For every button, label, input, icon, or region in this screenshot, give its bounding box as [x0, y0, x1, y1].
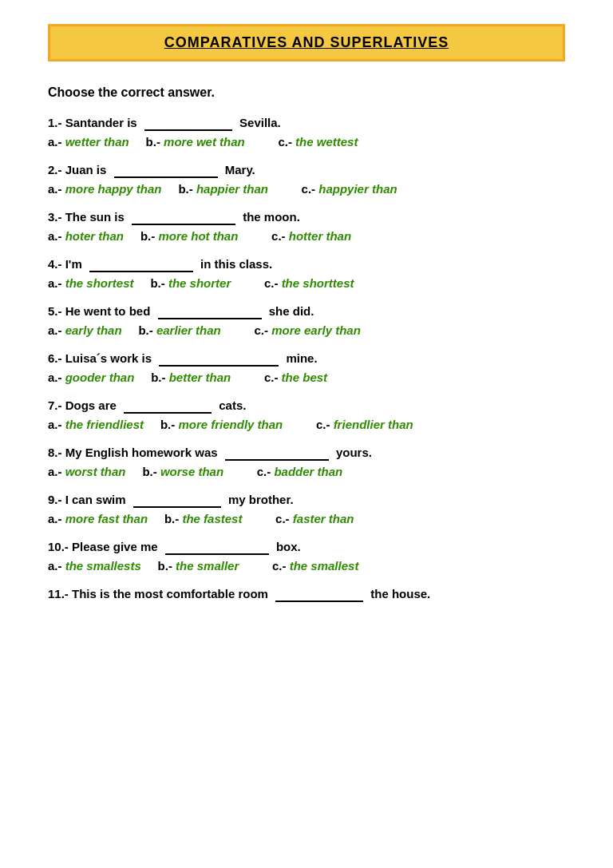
option-label-5-1: b.-: [138, 323, 152, 337]
option-text-9-0: more fast than: [65, 512, 148, 525]
option-text-1-1: more wet than: [164, 135, 245, 149]
option-text-10-2: the smallest: [290, 559, 359, 573]
question-line-8: 8.- My English homework was yours.: [48, 446, 565, 461]
question-block-6: 6.- Luisa´s work is mine.a.- gooder than…: [48, 351, 565, 384]
question-number-4: 4.-: [48, 257, 62, 271]
question-rest-3: the moon.: [243, 210, 300, 224]
question-block-5: 5.- He went to bed she did.a.- early tha…: [48, 304, 565, 337]
option-text-10-0: the smallests: [65, 559, 141, 573]
question-line-6: 6.- Luisa´s work is mine.: [48, 351, 565, 367]
option-label-10-1: b.-: [158, 559, 172, 573]
blank-2: [114, 163, 218, 178]
question-rest-2: Mary.: [225, 163, 255, 176]
question-number-11: 11.-: [48, 587, 69, 600]
option-text-5-0: early than: [65, 323, 122, 337]
options-line-4: a.- the shortest b.- the shorter c.- the…: [48, 276, 565, 290]
question-line-3: 3.- The sun is the moon.: [48, 210, 565, 225]
question-number-8: 8.-: [48, 446, 62, 459]
question-block-4: 4.- I'm in this class.a.- the shortest b…: [48, 257, 565, 290]
question-rest-6: mine.: [286, 351, 317, 365]
question-block-1: 1.- Santander is Sevilla.a.- wetter than…: [48, 116, 565, 149]
blank-8: [225, 446, 329, 461]
question-line-1: 1.- Santander is Sevilla.: [48, 116, 565, 131]
question-number-5: 5.-: [48, 304, 62, 318]
blank-11: [275, 587, 363, 602]
blank-4: [89, 257, 193, 272]
question-rest-5: she did.: [269, 304, 314, 318]
option-label-6-2: c.-: [264, 371, 279, 384]
option-text-8-2: badder than: [274, 465, 342, 478]
option-text-7-2: friendlier than: [334, 418, 413, 431]
question-rest-1: Sevilla.: [239, 116, 281, 129]
options-line-5: a.- early than b.- earlier than c.- more…: [48, 323, 565, 337]
option-text-3-0: hoter than: [65, 229, 124, 243]
option-text-6-0: gooder than: [65, 371, 135, 384]
question-line-9: 9.- I can swim my brother.: [48, 493, 565, 508]
option-text-3-1: more hot than: [158, 229, 238, 243]
question-rest-4: in this class.: [200, 257, 272, 271]
options-line-3: a.- hoter than b.- more hot than c.- hot…: [48, 229, 565, 243]
option-text-9-2: faster than: [293, 512, 354, 525]
question-line-4: 4.- I'm in this class.: [48, 257, 565, 272]
option-label-5-2: c.-: [254, 323, 268, 337]
option-text-8-1: worse than: [160, 465, 223, 478]
option-label-9-2: c.-: [275, 512, 290, 525]
question-number-3: 3.-: [48, 210, 62, 224]
question-number-7: 7.-: [48, 398, 62, 412]
option-text-9-1: the fastest: [182, 512, 242, 525]
blank-3: [132, 210, 235, 225]
options-line-7: a.- the friendliest b.- more friendly th…: [48, 418, 565, 431]
option-label-6-0: a.-: [48, 371, 62, 384]
option-label-2-0: a.-: [48, 182, 62, 196]
blank-7: [124, 398, 212, 414]
option-label-5-0: a.-: [48, 323, 62, 337]
question-line-11: 11.- This is the most comfortable room t…: [48, 587, 565, 602]
option-text-5-1: earlier than: [156, 323, 221, 337]
instruction-text: Choose the correct answer.: [48, 85, 565, 100]
question-number-6: 6.-: [48, 351, 62, 365]
question-rest-9: my brother.: [228, 493, 294, 506]
option-label-4-1: b.-: [150, 276, 164, 290]
blank-10: [165, 540, 269, 555]
option-text-4-1: the shorter: [168, 276, 231, 290]
option-label-10-0: a.-: [48, 559, 62, 573]
question-rest-7: cats.: [219, 398, 246, 412]
option-label-4-0: a.-: [48, 276, 62, 290]
option-label-4-2: c.-: [264, 276, 279, 290]
option-text-1-2: the wettest: [295, 135, 358, 149]
option-label-3-1: b.-: [140, 229, 155, 243]
option-label-1-0: a.-: [48, 135, 62, 149]
options-line-8: a.- worst than b.- worse than c.- badder…: [48, 465, 565, 478]
option-text-5-2: more early than: [271, 323, 361, 337]
option-label-3-2: c.-: [271, 229, 286, 243]
question-rest-10: box.: [276, 540, 301, 553]
question-number-2: 2.-: [48, 163, 62, 176]
question-block-2: 2.- Juan is Mary.a.- more happy than b.-…: [48, 163, 565, 196]
option-label-7-1: b.-: [160, 418, 175, 431]
question-line-2: 2.- Juan is Mary.: [48, 163, 565, 178]
option-text-6-2: the best: [282, 371, 328, 384]
option-label-7-0: a.-: [48, 418, 62, 431]
option-text-4-0: the shortest: [65, 276, 134, 290]
title-text: COMPARATIVES AND SUPERLATIVES: [164, 34, 449, 50]
option-text-4-2: the shorttest: [282, 276, 354, 290]
question-block-11: 11.- This is the most comfortable room t…: [48, 587, 565, 602]
question-number-9: 9.-: [48, 493, 62, 506]
option-text-2-2: happyier than: [318, 182, 397, 196]
option-label-8-0: a.-: [48, 465, 62, 478]
question-block-8: 8.- My English homework was yours.a.- wo…: [48, 446, 565, 478]
options-line-2: a.- more happy than b.- happier than c.-…: [48, 182, 565, 196]
option-label-6-1: b.-: [151, 371, 165, 384]
options-line-10: a.- the smallests b.- the smaller c.- th…: [48, 559, 565, 573]
question-block-3: 3.- The sun is the moon.a.- hoter than b…: [48, 210, 565, 243]
options-line-9: a.- more fast than b.- the fastest c.- f…: [48, 512, 565, 525]
question-rest-11: the house.: [370, 587, 430, 600]
option-text-7-0: the friendliest: [65, 418, 144, 431]
option-text-7-1: more friendly than: [178, 418, 283, 431]
option-label-8-2: c.-: [257, 465, 271, 478]
option-text-8-0: worst than: [65, 465, 126, 478]
options-line-6: a.- gooder than b.- better than c.- the …: [48, 371, 565, 384]
options-line-1: a.- wetter than b.- more wet than c.- th…: [48, 135, 565, 149]
option-label-2-2: c.-: [302, 182, 316, 196]
option-label-9-1: b.-: [164, 512, 179, 525]
